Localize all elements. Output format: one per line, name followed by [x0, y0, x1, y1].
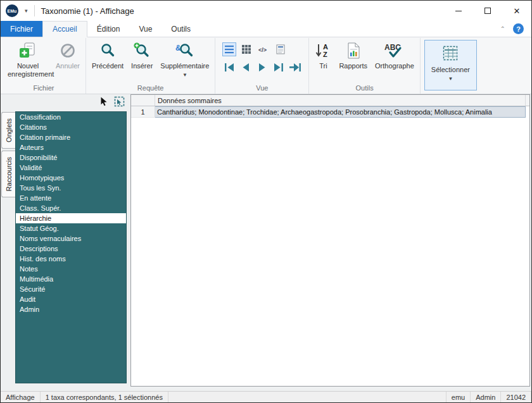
window-title: Taxonomie (1) - Affichage [41, 6, 134, 16]
vertical-tab-onglets-label: Onglets [5, 118, 13, 142]
new-record-button[interactable]: Nouvel enregistrement [4, 38, 52, 79]
cancel-icon [60, 42, 76, 59]
ribbon-group-outils: A Z Tri [308, 38, 419, 94]
ribbon-tabrow: Fichier Accueil Édition Vue Outils ⌃ ? [1, 21, 531, 37]
svg-text:</>: </> [258, 47, 267, 53]
sidebar-item-tous-les-syn[interactable]: Tous les Syn. [16, 183, 126, 193]
row-summary-cell[interactable]: Cantharidus; Monodontinae; Trochidae; Ar… [155, 106, 526, 118]
select-group: Sélectionner ▼ [420, 38, 481, 94]
table-row[interactable]: 1 Cantharidus; Monodontinae; Trochidae; … [131, 106, 529, 118]
insert-query-icon [134, 42, 150, 59]
select-label: Sélectionner [431, 66, 470, 73]
goto-end-button[interactable] [288, 61, 301, 73]
record-nav-row [222, 61, 301, 73]
previous-query-button[interactable]: Précédent [88, 38, 127, 71]
collapse-ribbon-icon[interactable]: ⌃ [500, 25, 505, 32]
additional-query-button[interactable]: & Supplémentaire ▼ [156, 38, 213, 79]
additional-query-label: Supplémentaire [160, 62, 209, 70]
help-button[interactable]: ? [513, 23, 524, 34]
tab-accueil[interactable]: Accueil [42, 21, 87, 37]
svg-text:A: A [323, 43, 328, 51]
additional-query-caret-icon: ▼ [182, 73, 187, 78]
tab-edition[interactable]: Édition [87, 21, 130, 37]
sidebar: Onglets Raccourcis Classification Citati… [1, 111, 127, 383]
vertical-tab-onglets[interactable]: Onglets [1, 112, 15, 149]
select-button[interactable]: Sélectionner ▼ [424, 40, 477, 90]
first-record-button[interactable] [222, 61, 236, 73]
status-database: emu [446, 392, 471, 402]
pointer-select-button[interactable] [100, 97, 108, 109]
sidebar-item-en-attente[interactable]: En attente [16, 193, 126, 203]
ribbon-group-fichier: Nouvel enregistrement Annuler Fichier [2, 38, 86, 94]
group-label-requete: Requête [88, 84, 213, 94]
sort-button[interactable]: A Z Tri [311, 38, 335, 71]
sidebar-item-securite[interactable]: Sécurité [16, 284, 126, 294]
spelling-icon: ABC [384, 42, 405, 59]
sidebar-item-multimedia[interactable]: Multimédia [16, 274, 126, 284]
app-icon[interactable]: EMu [6, 4, 18, 17]
minimize-icon [455, 11, 462, 11]
sidebar-item-auteurs[interactable]: Auteurs [16, 142, 126, 152]
maximize-button[interactable] [473, 1, 502, 21]
sidebar-item-classification[interactable]: Classification [16, 112, 126, 122]
sort-label: Tri [319, 62, 327, 70]
row-number-cell[interactable]: 1 [131, 106, 155, 118]
spelling-button[interactable]: ABC Orthographe [371, 38, 418, 71]
status-user: Admin [471, 392, 501, 402]
sidebar-item-notes[interactable]: Notes [16, 264, 126, 274]
close-icon: ✕ [514, 7, 521, 15]
reports-label: Rapports [339, 62, 367, 70]
sidebar-item-noms-vernaculaires[interactable]: Noms vernaculaires [16, 233, 126, 244]
tab-fichier[interactable]: Fichier [1, 21, 42, 37]
additional-query-icon: & [175, 42, 194, 59]
sidebar-item-admin[interactable]: Admin [16, 304, 126, 314]
table-corner-cell[interactable] [131, 95, 155, 106]
main-area: Onglets Raccourcis Classification Citati… [1, 94, 531, 391]
sidebar-item-audit[interactable]: Audit [16, 294, 126, 304]
titlebar-separator [34, 5, 35, 16]
reports-icon [346, 42, 361, 59]
group-label-fichier: Fichier [4, 84, 84, 94]
previous-record-button[interactable] [239, 61, 252, 73]
insert-query-button[interactable]: Insérer [127, 38, 156, 71]
left-toolbar [1, 94, 127, 111]
vertical-tab-raccourcis[interactable]: Raccourcis [1, 151, 15, 197]
list-view-button[interactable] [222, 42, 236, 56]
reports-button[interactable]: Rapports [335, 38, 371, 71]
tab-outils[interactable]: Outils [162, 21, 200, 37]
new-record-label: Nouvel enregistrement [8, 62, 48, 78]
code-view-button[interactable]: </> [256, 42, 270, 56]
close-button[interactable]: ✕ [502, 1, 531, 21]
ribbon: Nouvel enregistrement Annuler Fichier [1, 37, 531, 94]
sidebar-item-hist-des-noms[interactable]: Hist. des noms [16, 254, 126, 264]
new-record-icon [19, 42, 37, 59]
sidebar-item-disponibilite[interactable]: Disponibilité [16, 152, 126, 163]
app-window: EMu ▾ Taxonomie (1) - Affichage ✕ Fichie… [0, 0, 532, 403]
sidebar-tab-list: Classification Citations Citation primai… [15, 111, 127, 383]
sidebar-item-statut-geog[interactable]: Statut Géog. [16, 223, 126, 233]
select-all-button[interactable] [114, 96, 125, 109]
column-header-donnees-sommaires[interactable]: Données sommaires [155, 95, 526, 106]
spelling-label: Orthographe [375, 62, 414, 70]
table-header-gutter [526, 95, 529, 106]
cancel-button[interactable]: Annuler [52, 38, 84, 71]
statusbar: Affichage 1 taxa correspondants, 1 sélec… [1, 391, 531, 402]
quick-access-chevron-icon[interactable]: ▾ [25, 8, 28, 14]
sidebar-item-citations[interactable]: Citations [16, 122, 126, 132]
sidebar-item-descriptions[interactable]: Descriptions [16, 244, 126, 254]
select-grid-icon [442, 45, 459, 63]
last-record-button[interactable] [272, 61, 285, 73]
minimize-button[interactable] [444, 1, 473, 21]
sidebar-item-hierarchie-selected[interactable]: Hiérarchie [16, 213, 126, 223]
titlebar: EMu ▾ Taxonomie (1) - Affichage ✕ [1, 1, 531, 21]
next-record-button[interactable] [255, 61, 269, 73]
status-record-count: 21042 [501, 392, 531, 402]
report-view-button[interactable] [274, 42, 288, 56]
tab-vue[interactable]: Vue [129, 21, 162, 37]
sidebar-item-homotypiques[interactable]: Homotypiques [16, 173, 126, 183]
sidebar-item-validite[interactable]: Validité [16, 163, 126, 173]
sidebar-item-citation-primaire[interactable]: Citation primaire [16, 132, 126, 142]
table-empty-area[interactable] [131, 118, 529, 386]
grid-view-button[interactable] [239, 42, 253, 56]
sidebar-item-class-super[interactable]: Class. Supér. [16, 203, 126, 213]
